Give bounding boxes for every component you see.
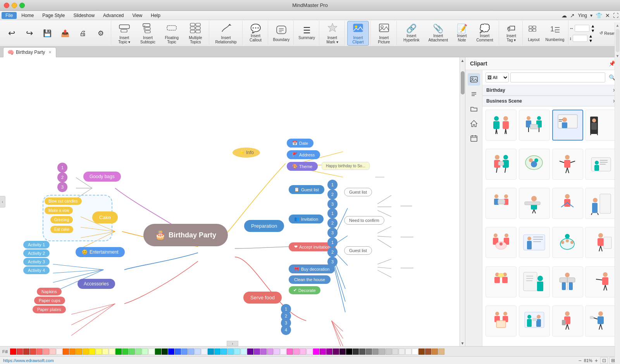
user-name[interactable]: Ying	[578, 13, 587, 18]
color-swatch[interactable]	[254, 349, 260, 355]
color-swatch[interactable]	[89, 349, 95, 355]
color-swatch[interactable]	[234, 349, 240, 355]
insert-attachment-button[interactable]: 📎 Insert Attachment	[425, 23, 452, 43]
menu-view[interactable]: View	[128, 12, 146, 19]
export-button[interactable]: 📤	[57, 29, 74, 38]
color-swatch[interactable]	[241, 349, 247, 355]
clipart-sidebar-calendar[interactable]	[468, 132, 480, 144]
paper-cups-node[interactable]: Paper cups	[34, 297, 65, 304]
zoom-plus-button[interactable]: +	[595, 357, 598, 364]
guest-num-2[interactable]: 2	[327, 189, 338, 199]
color-swatch[interactable]	[155, 349, 161, 355]
color-swatch[interactable]	[274, 349, 280, 355]
share-icon[interactable]: ↗	[570, 12, 575, 19]
canvas-left-arrow[interactable]: ‹	[0, 196, 5, 208]
make-vow-node[interactable]: Make a vow	[45, 207, 73, 214]
clipart-item-20[interactable]	[585, 266, 616, 297]
clipart-item-1[interactable]	[486, 110, 517, 141]
color-swatch[interactable]	[214, 349, 220, 355]
date-node[interactable]: 📅Date	[287, 139, 313, 148]
color-swatch[interactable]	[135, 349, 141, 355]
color-swatch[interactable]	[425, 349, 431, 355]
inv-num-1[interactable]: 1	[327, 208, 338, 218]
color-swatch[interactable]	[287, 349, 293, 355]
clipart-item-3[interactable]	[552, 110, 583, 141]
color-swatch[interactable]	[181, 349, 188, 355]
clipart-item-22[interactable]	[519, 306, 550, 337]
insert-mark-button[interactable]: Insert Mark ▾	[322, 21, 343, 45]
clipart-item-2[interactable]	[519, 110, 550, 141]
color-swatch[interactable]	[162, 349, 168, 355]
clipart-item-16[interactable]	[585, 227, 616, 258]
activity2-node[interactable]: Activity 2	[23, 249, 50, 257]
entertainment-node[interactable]: 😊 Entertainment	[76, 247, 125, 257]
color-swatch[interactable]	[366, 349, 372, 355]
color-swatch[interactable]	[36, 349, 43, 355]
website-link[interactable]: https://www.edrawsoft.com	[3, 358, 54, 363]
gb-num-1[interactable]: 1	[57, 163, 67, 173]
blow-candles-node[interactable]: Blow out candles	[45, 197, 82, 205]
clipart-item-11[interactable]	[552, 188, 583, 219]
activity1-node[interactable]: Activity 1	[23, 241, 50, 249]
clipart-item-18[interactable]	[519, 266, 550, 297]
clipart-item-8[interactable]	[585, 149, 616, 180]
insert-note-button[interactable]: 📝 Insert Note	[453, 23, 472, 43]
color-swatch[interactable]	[300, 349, 306, 355]
fullscreen-icon[interactable]: ⛶	[613, 12, 618, 19]
clipart-item-6[interactable]	[519, 149, 550, 180]
color-swatch[interactable]	[109, 349, 115, 355]
clipart-item-5[interactable]	[486, 149, 517, 180]
fit-page-button[interactable]: ⊡	[600, 357, 608, 364]
color-swatch[interactable]	[359, 349, 365, 355]
insert-relationship-button[interactable]: Insert Relationship	[212, 21, 241, 45]
clipart-item-23[interactable]	[552, 306, 583, 337]
color-swatch[interactable]	[280, 349, 286, 355]
color-swatch[interactable]	[56, 349, 62, 355]
multiple-topics-button[interactable]: Multiple Topics	[184, 21, 207, 45]
insert-tag-button[interactable]: 🏷 Insert Tag ▾	[501, 23, 521, 43]
summary-button[interactable]: ☰ Summary	[296, 25, 317, 41]
clipart-sidebar-folder[interactable]	[468, 103, 480, 115]
color-swatch[interactable]	[372, 349, 379, 355]
color-swatch[interactable]	[418, 349, 425, 355]
user-chevron-icon[interactable]: ▾	[590, 13, 592, 18]
undo-button[interactable]: ↩	[3, 28, 20, 39]
shirt-icon[interactable]: 👕	[596, 12, 602, 19]
print-button[interactable]: 🖨	[74, 29, 91, 38]
clipart-item-19[interactable]	[552, 266, 583, 297]
width-spinner[interactable]: ▲▼	[591, 24, 595, 33]
clipart-item-17[interactable]	[486, 266, 517, 297]
color-swatch[interactable]	[23, 349, 29, 355]
color-swatch[interactable]	[148, 349, 155, 355]
color-swatch[interactable]	[83, 349, 89, 355]
gb-num-3[interactable]: 3	[57, 182, 67, 192]
color-swatch[interactable]	[339, 349, 346, 355]
boundary-button[interactable]: Boundary	[270, 23, 292, 43]
color-swatch[interactable]	[122, 349, 128, 355]
color-swatch[interactable]	[353, 349, 359, 355]
color-swatch[interactable]	[221, 349, 227, 355]
clipart-item-10[interactable]	[519, 188, 550, 219]
canvas-bottom-arrow[interactable]: ›	[227, 341, 238, 346]
color-swatch[interactable]	[142, 349, 148, 355]
color-swatch[interactable]	[293, 349, 300, 355]
clipart-search-input[interactable]	[510, 72, 605, 82]
insert-clipart-button[interactable]: Insert Clipart	[347, 21, 369, 46]
clipart-item-21[interactable]	[486, 306, 517, 337]
close-icon[interactable]: ✕	[605, 12, 610, 19]
clipart-item-15[interactable]	[552, 227, 583, 258]
napkins-node[interactable]: Napkins	[37, 288, 62, 295]
color-swatch[interactable]	[168, 349, 174, 355]
buy-decoration-node[interactable]: 🎀Buy decoration	[289, 264, 335, 273]
insert-topic-button[interactable]: Insert Topic ▾	[114, 21, 135, 45]
color-swatch[interactable]	[17, 349, 23, 355]
color-swatch[interactable]	[195, 349, 201, 355]
color-swatch[interactable]	[30, 349, 36, 355]
color-swatch[interactable]	[438, 349, 444, 355]
greeting-node[interactable]: Greeting	[50, 216, 73, 223]
color-swatch[interactable]	[260, 349, 267, 355]
insert-subtopic-button[interactable]: Insert Subtopic	[136, 21, 160, 45]
color-swatch[interactable]	[333, 349, 339, 355]
floating-topic-button[interactable]: Floating Topic	[160, 21, 183, 45]
color-swatch[interactable]	[379, 349, 385, 355]
